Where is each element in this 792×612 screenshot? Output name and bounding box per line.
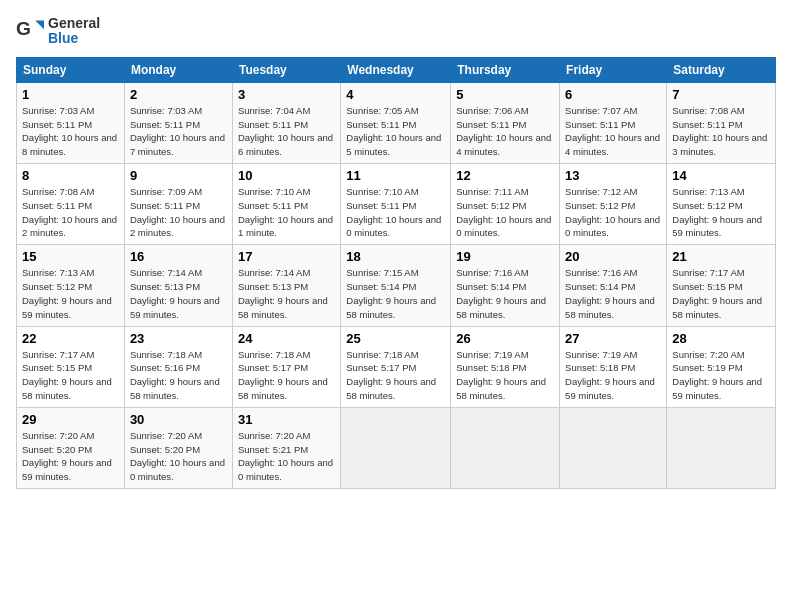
calendar-cell: 30 Sunrise: 7:20 AMSunset: 5:20 PMDaylig…	[124, 407, 232, 488]
day-number: 12	[456, 168, 554, 183]
day-number: 20	[565, 249, 661, 264]
column-header-saturday: Saturday	[667, 57, 776, 82]
calendar-cell: 21 Sunrise: 7:17 AMSunset: 5:15 PMDaylig…	[667, 245, 776, 326]
calendar-cell: 1 Sunrise: 7:03 AMSunset: 5:11 PMDayligh…	[17, 82, 125, 163]
logo-text: General Blue	[48, 16, 100, 47]
day-number: 5	[456, 87, 554, 102]
column-header-friday: Friday	[560, 57, 667, 82]
day-number: 14	[672, 168, 770, 183]
cell-info: Sunrise: 7:13 AMSunset: 5:12 PMDaylight:…	[22, 267, 112, 319]
column-header-thursday: Thursday	[451, 57, 560, 82]
day-number: 4	[346, 87, 445, 102]
column-header-wednesday: Wednesday	[341, 57, 451, 82]
calendar-cell: 17 Sunrise: 7:14 AMSunset: 5:13 PMDaylig…	[232, 245, 340, 326]
day-number: 6	[565, 87, 661, 102]
calendar-cell: 13 Sunrise: 7:12 AMSunset: 5:12 PMDaylig…	[560, 164, 667, 245]
calendar-cell	[451, 407, 560, 488]
cell-info: Sunrise: 7:13 AMSunset: 5:12 PMDaylight:…	[672, 186, 762, 238]
calendar-cell: 19 Sunrise: 7:16 AMSunset: 5:14 PMDaylig…	[451, 245, 560, 326]
logo: G General Blue	[16, 16, 100, 47]
day-number: 3	[238, 87, 335, 102]
cell-info: Sunrise: 7:14 AMSunset: 5:13 PMDaylight:…	[130, 267, 220, 319]
cell-info: Sunrise: 7:17 AMSunset: 5:15 PMDaylight:…	[672, 267, 762, 319]
cell-info: Sunrise: 7:19 AMSunset: 5:18 PMDaylight:…	[565, 349, 655, 401]
calendar-cell: 8 Sunrise: 7:08 AMSunset: 5:11 PMDayligh…	[17, 164, 125, 245]
calendar-cell: 16 Sunrise: 7:14 AMSunset: 5:13 PMDaylig…	[124, 245, 232, 326]
day-number: 24	[238, 331, 335, 346]
calendar-cell: 29 Sunrise: 7:20 AMSunset: 5:20 PMDaylig…	[17, 407, 125, 488]
day-number: 16	[130, 249, 227, 264]
calendar-cell: 7 Sunrise: 7:08 AMSunset: 5:11 PMDayligh…	[667, 82, 776, 163]
cell-info: Sunrise: 7:18 AMSunset: 5:17 PMDaylight:…	[238, 349, 328, 401]
cell-info: Sunrise: 7:08 AMSunset: 5:11 PMDaylight:…	[22, 186, 117, 238]
day-number: 22	[22, 331, 119, 346]
calendar-cell: 9 Sunrise: 7:09 AMSunset: 5:11 PMDayligh…	[124, 164, 232, 245]
day-number: 13	[565, 168, 661, 183]
calendar-cell: 14 Sunrise: 7:13 AMSunset: 5:12 PMDaylig…	[667, 164, 776, 245]
calendar-cell: 11 Sunrise: 7:10 AMSunset: 5:11 PMDaylig…	[341, 164, 451, 245]
calendar-cell: 26 Sunrise: 7:19 AMSunset: 5:18 PMDaylig…	[451, 326, 560, 407]
day-number: 30	[130, 412, 227, 427]
cell-info: Sunrise: 7:04 AMSunset: 5:11 PMDaylight:…	[238, 105, 333, 157]
calendar-cell: 6 Sunrise: 7:07 AMSunset: 5:11 PMDayligh…	[560, 82, 667, 163]
day-number: 17	[238, 249, 335, 264]
cell-info: Sunrise: 7:06 AMSunset: 5:11 PMDaylight:…	[456, 105, 551, 157]
calendar-cell	[667, 407, 776, 488]
day-number: 31	[238, 412, 335, 427]
calendar-cell	[341, 407, 451, 488]
day-number: 25	[346, 331, 445, 346]
calendar-cell: 28 Sunrise: 7:20 AMSunset: 5:19 PMDaylig…	[667, 326, 776, 407]
calendar-cell: 15 Sunrise: 7:13 AMSunset: 5:12 PMDaylig…	[17, 245, 125, 326]
day-number: 26	[456, 331, 554, 346]
day-number: 7	[672, 87, 770, 102]
cell-info: Sunrise: 7:11 AMSunset: 5:12 PMDaylight:…	[456, 186, 551, 238]
cell-info: Sunrise: 7:20 AMSunset: 5:21 PMDaylight:…	[238, 430, 333, 482]
cell-info: Sunrise: 7:05 AMSunset: 5:11 PMDaylight:…	[346, 105, 441, 157]
cell-info: Sunrise: 7:12 AMSunset: 5:12 PMDaylight:…	[565, 186, 660, 238]
cell-info: Sunrise: 7:15 AMSunset: 5:14 PMDaylight:…	[346, 267, 436, 319]
cell-info: Sunrise: 7:20 AMSunset: 5:19 PMDaylight:…	[672, 349, 762, 401]
calendar-cell	[560, 407, 667, 488]
column-header-tuesday: Tuesday	[232, 57, 340, 82]
calendar-cell: 5 Sunrise: 7:06 AMSunset: 5:11 PMDayligh…	[451, 82, 560, 163]
day-number: 27	[565, 331, 661, 346]
day-number: 8	[22, 168, 119, 183]
day-number: 28	[672, 331, 770, 346]
cell-info: Sunrise: 7:08 AMSunset: 5:11 PMDaylight:…	[672, 105, 767, 157]
page-header: G General Blue	[16, 16, 776, 47]
calendar-cell: 22 Sunrise: 7:17 AMSunset: 5:15 PMDaylig…	[17, 326, 125, 407]
calendar-table: SundayMondayTuesdayWednesdayThursdayFrid…	[16, 57, 776, 489]
svg-text:G: G	[16, 18, 31, 39]
column-header-sunday: Sunday	[17, 57, 125, 82]
cell-info: Sunrise: 7:19 AMSunset: 5:18 PMDaylight:…	[456, 349, 546, 401]
svg-marker-1	[35, 21, 44, 30]
calendar-cell: 20 Sunrise: 7:16 AMSunset: 5:14 PMDaylig…	[560, 245, 667, 326]
calendar-cell: 12 Sunrise: 7:11 AMSunset: 5:12 PMDaylig…	[451, 164, 560, 245]
calendar-cell: 24 Sunrise: 7:18 AMSunset: 5:17 PMDaylig…	[232, 326, 340, 407]
cell-info: Sunrise: 7:07 AMSunset: 5:11 PMDaylight:…	[565, 105, 660, 157]
cell-info: Sunrise: 7:03 AMSunset: 5:11 PMDaylight:…	[130, 105, 225, 157]
cell-info: Sunrise: 7:17 AMSunset: 5:15 PMDaylight:…	[22, 349, 112, 401]
day-number: 2	[130, 87, 227, 102]
cell-info: Sunrise: 7:03 AMSunset: 5:11 PMDaylight:…	[22, 105, 117, 157]
day-number: 21	[672, 249, 770, 264]
column-header-monday: Monday	[124, 57, 232, 82]
cell-info: Sunrise: 7:10 AMSunset: 5:11 PMDaylight:…	[346, 186, 441, 238]
logo-icon: G	[16, 17, 44, 45]
calendar-cell: 4 Sunrise: 7:05 AMSunset: 5:11 PMDayligh…	[341, 82, 451, 163]
cell-info: Sunrise: 7:09 AMSunset: 5:11 PMDaylight:…	[130, 186, 225, 238]
calendar-cell: 27 Sunrise: 7:19 AMSunset: 5:18 PMDaylig…	[560, 326, 667, 407]
cell-info: Sunrise: 7:16 AMSunset: 5:14 PMDaylight:…	[565, 267, 655, 319]
cell-info: Sunrise: 7:14 AMSunset: 5:13 PMDaylight:…	[238, 267, 328, 319]
cell-info: Sunrise: 7:20 AMSunset: 5:20 PMDaylight:…	[22, 430, 112, 482]
calendar-cell: 3 Sunrise: 7:04 AMSunset: 5:11 PMDayligh…	[232, 82, 340, 163]
calendar-cell: 2 Sunrise: 7:03 AMSunset: 5:11 PMDayligh…	[124, 82, 232, 163]
day-number: 11	[346, 168, 445, 183]
cell-info: Sunrise: 7:20 AMSunset: 5:20 PMDaylight:…	[130, 430, 225, 482]
day-number: 19	[456, 249, 554, 264]
day-number: 9	[130, 168, 227, 183]
calendar-cell: 18 Sunrise: 7:15 AMSunset: 5:14 PMDaylig…	[341, 245, 451, 326]
cell-info: Sunrise: 7:16 AMSunset: 5:14 PMDaylight:…	[456, 267, 546, 319]
day-number: 29	[22, 412, 119, 427]
cell-info: Sunrise: 7:18 AMSunset: 5:17 PMDaylight:…	[346, 349, 436, 401]
